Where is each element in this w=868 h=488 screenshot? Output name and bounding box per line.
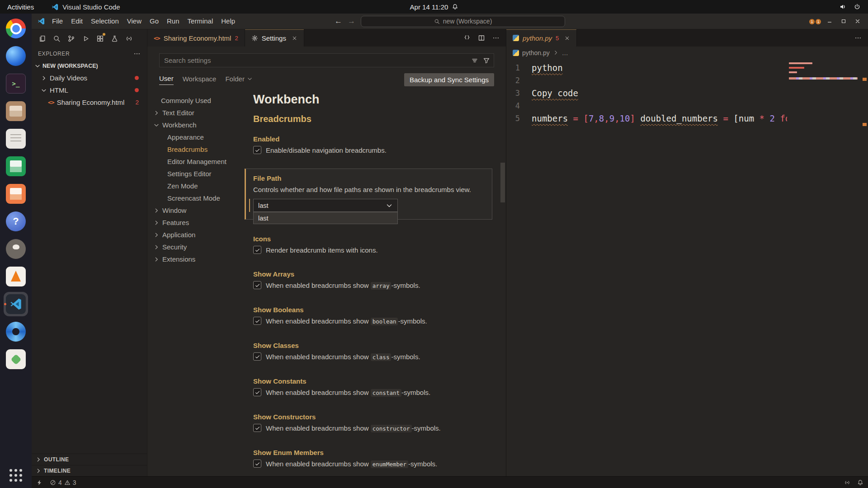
toc-features[interactable]: Features (147, 216, 243, 229)
close-icon[interactable] (292, 35, 297, 41)
checkbox-checked[interactable] (253, 317, 261, 325)
dock-item-impress[interactable] (4, 182, 28, 206)
problems-status[interactable]: 4 3 (50, 479, 76, 486)
nav-forward-button[interactable]: → (348, 17, 355, 26)
toc-editor-management[interactable]: Editor Management (147, 155, 243, 168)
source-control-activity-button[interactable] (64, 32, 78, 45)
menu-view[interactable]: View (123, 14, 146, 29)
dock-item-files[interactable] (4, 99, 28, 123)
command-center-search[interactable]: new (Workspace) (361, 16, 565, 27)
filter-funnel-icon[interactable] (483, 57, 490, 64)
tab-settings[interactable]: Settings (245, 29, 304, 47)
maximize-button[interactable] (840, 18, 847, 24)
tab-sharing-economy-html[interactable]: <>Sharing Economy.html2 (147, 29, 245, 47)
remote-indicator[interactable] (36, 479, 42, 486)
dock-item-vlc[interactable] (4, 264, 28, 289)
scope-folder[interactable]: Folder (225, 75, 253, 85)
toc-breadcrumbs[interactable]: Breadcrumbs (147, 143, 243, 155)
sb-broadcast-icon[interactable] (844, 479, 850, 486)
dock-item-chrome[interactable] (4, 16, 28, 41)
checkbox-checked[interactable] (253, 281, 261, 289)
toc-commonly-used[interactable]: Commonly Used (147, 94, 243, 107)
checkbox-checked[interactable] (253, 388, 261, 396)
extensions-activity-button[interactable] (93, 32, 107, 45)
tree-item-sharing-economy-html[interactable]: <>Sharing Economy.html2 (32, 96, 147, 108)
menu-edit[interactable]: Edit (67, 14, 87, 29)
testing-activity-button[interactable] (108, 32, 121, 45)
toc-text-editor[interactable]: Text Editor (147, 107, 243, 119)
toc-screencast-mode[interactable]: Screencast Mode (147, 192, 243, 204)
minimap[interactable] (787, 59, 862, 476)
settings-scrollbar[interactable] (500, 163, 505, 202)
sb-bell-icon[interactable] (857, 479, 863, 486)
power-icon[interactable] (854, 3, 861, 10)
toc-appearance[interactable]: Appearance (147, 131, 243, 143)
dock-item-vscode[interactable] (4, 292, 28, 316)
dock-item-help[interactable]: ? (4, 209, 28, 234)
select-option-last[interactable]: last (254, 212, 397, 224)
tab-python[interactable]: python.py 5 (506, 29, 577, 47)
settings-search-input[interactable] (159, 53, 494, 67)
python-tab-close[interactable] (564, 35, 570, 41)
menu-help[interactable]: Help (217, 14, 239, 29)
tree-item-daily-videos[interactable]: Daily Videos (32, 72, 147, 84)
toc-application[interactable]: Application (147, 229, 243, 241)
menu-terminal[interactable]: Terminal (184, 14, 217, 29)
checkbox-checked[interactable] (253, 424, 261, 432)
toc-settings-editor[interactable]: Settings Editor (147, 168, 243, 180)
activities-button[interactable]: Activities (0, 3, 41, 11)
dock-item-terminal[interactable]: >_ (4, 71, 28, 96)
checkbox-checked[interactable] (253, 146, 261, 154)
checkbox-checked[interactable] (253, 460, 261, 468)
minimize-button[interactable] (826, 18, 833, 24)
setting-show-enum-members: Show Enum MembersWhen enabled breadcrumb… (253, 449, 492, 469)
toc-zen-mode[interactable]: Zen Mode (147, 180, 243, 192)
breadcrumb-item[interactable]: … (562, 49, 568, 56)
dock-item-gimp[interactable] (4, 237, 28, 261)
menu-file[interactable]: File (48, 14, 67, 29)
outline-section[interactable]: OUTLINE (32, 454, 147, 465)
dock-item-swirl[interactable] (4, 319, 28, 344)
scope-user[interactable]: User (159, 75, 174, 85)
dock-item-texteditor[interactable] (4, 127, 28, 151)
live-share-activity-button[interactable] (122, 32, 136, 45)
tab-label: Settings (262, 34, 286, 42)
toc-extensions[interactable]: Extensions (147, 253, 243, 265)
run-debug-activity-button[interactable] (79, 32, 92, 45)
timeline-section[interactable]: TIMELINE (32, 465, 147, 476)
close-window-button[interactable] (854, 18, 861, 24)
search-activity-button[interactable] (50, 32, 63, 45)
menu-selection[interactable]: Selection (87, 14, 123, 29)
workspace-root[interactable]: NEW (WORKSPACE) (32, 60, 147, 72)
filter-lines-icon[interactable] (471, 57, 478, 64)
json-braces-icon[interactable] (463, 34, 471, 42)
more-actions-right-icon[interactable] (854, 34, 862, 42)
scope-workspace[interactable]: Workspace (183, 75, 217, 85)
toc-window[interactable]: Window (147, 204, 243, 216)
breadcrumb-item[interactable]: python.py (522, 49, 550, 56)
focused-app[interactable]: Visual Studio Code (51, 3, 120, 11)
dock-item-browser[interactable] (4, 44, 28, 68)
menu-run[interactable]: Run (163, 14, 184, 29)
backup-sync-button[interactable]: Backup and Sync Settings (404, 73, 494, 86)
volume-icon[interactable] (839, 3, 846, 10)
checkbox-checked[interactable] (253, 246, 261, 254)
explorer-activity-button[interactable] (35, 32, 49, 45)
setting-show-constants: Show ConstantsWhen enabled breadcrumbs s… (253, 377, 492, 398)
code-token: [ (583, 113, 588, 123)
dock-item-store[interactable] (4, 347, 28, 371)
menu-go[interactable]: Go (146, 14, 163, 29)
toc-workbench[interactable]: Workbench (147, 119, 243, 131)
tree-item-html[interactable]: HTML (32, 84, 147, 96)
split-editor-icon[interactable] (478, 34, 485, 42)
dock-item-calc[interactable] (4, 154, 28, 178)
more-icon[interactable] (492, 34, 500, 42)
nav-back-button[interactable]: ← (335, 17, 342, 26)
show-apps-button[interactable] (9, 469, 22, 485)
toc-security[interactable]: Security (147, 241, 243, 253)
file-path-select[interactable]: last (253, 199, 398, 212)
explorer-more-icon[interactable] (133, 50, 141, 57)
clock-button[interactable]: Apr 14 11:20 (410, 3, 458, 11)
grid-dot (14, 479, 17, 482)
checkbox-checked[interactable] (253, 352, 261, 361)
